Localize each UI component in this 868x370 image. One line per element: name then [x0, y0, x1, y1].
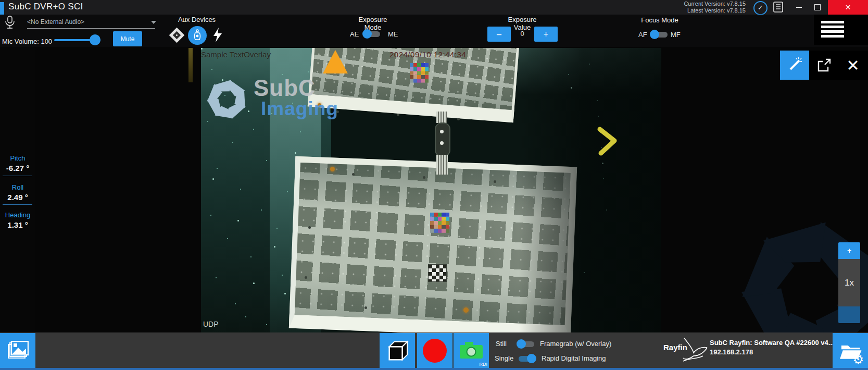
audio-device-value: <No External Audio>: [27, 18, 84, 26]
connector-pin: [440, 141, 444, 145]
file-settings-button[interactable]: ⚙: [833, 333, 868, 368]
popout-window-button[interactable]: [813, 55, 834, 76]
cube-icon: [385, 339, 409, 363]
mic-volume-slider-knob[interactable]: [90, 34, 100, 45]
bolt: [494, 180, 496, 183]
focus-auto-label: AF: [638, 31, 647, 39]
update-check-icon[interactable]: ✓: [753, 1, 768, 15]
aux-devices-label: Aux Devices: [172, 16, 222, 23]
bolt: [457, 118, 460, 120]
focus-manual-label: MF: [671, 31, 681, 39]
marine-snow: [201, 48, 203, 50]
release-notes-icon[interactable]: [772, 2, 785, 13]
chevron-down-icon: [151, 21, 156, 24]
menu-bar: [821, 35, 844, 38]
aperture-logo-icon: [205, 77, 249, 122]
focus-mode-label: Focus Mode: [638, 16, 681, 24]
zoom-level-display: 1x: [838, 259, 860, 306]
gear-icon: ⚙: [852, 353, 864, 366]
title-bar: SubC DVR+O SCI Current Version: v7.8.15 …: [0, 0, 868, 15]
aux-strobe-icon[interactable]: [169, 28, 185, 43]
minimize-icon: [796, 7, 802, 8]
close-video-button[interactable]: ✕: [841, 52, 864, 79]
zoom-out-button[interactable]: [838, 306, 860, 323]
version-info: Current Version: v7.8.15 Latest Version:…: [640, 1, 746, 14]
3d-mode-button[interactable]: [380, 333, 415, 368]
device-ip: 192.168.2.178: [710, 348, 753, 356]
exposure-mode-toggle[interactable]: [363, 31, 380, 38]
video-feed: Sample TextOverlay 2024/09/10 12:44:34 U…: [201, 48, 661, 332]
maximize-icon: [814, 4, 821, 10]
roll-label: Roll: [0, 183, 35, 191]
app-title: SubC DVR+O SCI: [8, 2, 83, 12]
color-checker-top: [410, 63, 429, 83]
focus-mode-toggle[interactable]: [651, 31, 668, 38]
device-name: SubC Rayfin: Software QA #22600 v4....: [710, 339, 836, 347]
photos-icon: [7, 341, 29, 361]
external-link-icon: [816, 58, 832, 73]
bolt: [308, 226, 311, 229]
minimize-button[interactable]: [790, 0, 807, 15]
checkerboard-target: [428, 264, 447, 282]
latest-version: Latest Version: v7.8.15: [640, 7, 746, 14]
heading-label: Heading: [0, 211, 35, 219]
app-window: SubC DVR+O SCI Current Version: v7.8.15 …: [0, 0, 868, 370]
mic-volume-label: Mic Volume: 100: [2, 38, 52, 45]
color-checker-bottom: [430, 213, 449, 233]
magic-wand-icon: [786, 56, 803, 74]
audio-device-select[interactable]: <No External Audio>: [12, 15, 145, 29]
current-version: Current Version: v7.8.15: [640, 1, 746, 7]
menu-bar: [821, 30, 844, 33]
exposure-manual-label: ME: [388, 30, 398, 38]
exposure-increase-button[interactable]: +: [534, 27, 558, 42]
pitch-label: Pitch: [0, 154, 35, 162]
aux-lamp-button[interactable]: [188, 26, 207, 45]
stream-protocol-label: UDP: [203, 320, 219, 328]
watermark-imaging-text: Imaging: [261, 98, 338, 120]
exposure-value: 0: [518, 30, 526, 38]
enhance-wand-button[interactable]: [780, 51, 809, 80]
framegrab-toggle[interactable]: [518, 341, 534, 348]
rapid-imaging-toggle[interactable]: [519, 355, 535, 362]
exposure-decrease-button[interactable]: –: [487, 27, 511, 42]
close-window-button[interactable]: ✕: [828, 0, 868, 15]
divider: [3, 204, 32, 205]
video-edge-artifact: [188, 48, 193, 82]
bolt: [352, 173, 355, 176]
framegrab-label: Framegrab (w/ Overlay): [540, 340, 611, 348]
heading-value: 1.31 °: [0, 220, 35, 229]
record-icon: [423, 339, 447, 363]
main-area: Pitch -6.27 ° Roll 2.49 ° Heading 1.31 °: [0, 47, 868, 332]
rust-spot: [330, 167, 335, 171]
rapid-imaging-label: Rapid Digital Imaging: [542, 354, 606, 362]
orange-triangle-marker: [323, 50, 348, 73]
bolt: [423, 176, 425, 179]
maximize-button[interactable]: [809, 0, 826, 15]
divider: [3, 176, 32, 176]
strap-connector: [435, 122, 450, 157]
flash-icon[interactable]: [212, 27, 223, 43]
toggle-knob: [362, 29, 372, 39]
subc-watermark: SubC Imaging: [204, 75, 360, 127]
status-accent-line: [0, 368, 868, 370]
rust-spot: [463, 307, 469, 313]
toggle-knob: [517, 339, 526, 349]
mute-button[interactable]: Mute: [113, 31, 142, 46]
scene-right-shadow: [519, 48, 661, 332]
record-button[interactable]: [417, 333, 452, 368]
hamburger-menu-button[interactable]: [821, 21, 844, 39]
menu-bar: [821, 26, 844, 28]
video-timestamp: 2024/09/10 12:44:34: [389, 50, 466, 59]
connector-pin: [440, 130, 444, 133]
zoom-in-button[interactable]: +: [838, 242, 860, 259]
still-capture-button[interactable]: RDI: [454, 333, 489, 368]
telemetry-sidebar: Pitch -6.27 ° Roll 2.49 ° Heading 1.31 °: [0, 47, 35, 332]
mounting-strap: [436, 112, 447, 123]
exposure-mode-label: Exposure Mode: [350, 16, 396, 31]
video-text-overlay: Sample TextOverlay: [201, 50, 271, 59]
pitch-value: -6.27 °: [0, 164, 35, 172]
lamp-icon: [193, 29, 202, 42]
gallery-button[interactable]: [0, 333, 35, 368]
still-label: Still: [496, 340, 507, 348]
audio-select-underline: [27, 28, 155, 29]
